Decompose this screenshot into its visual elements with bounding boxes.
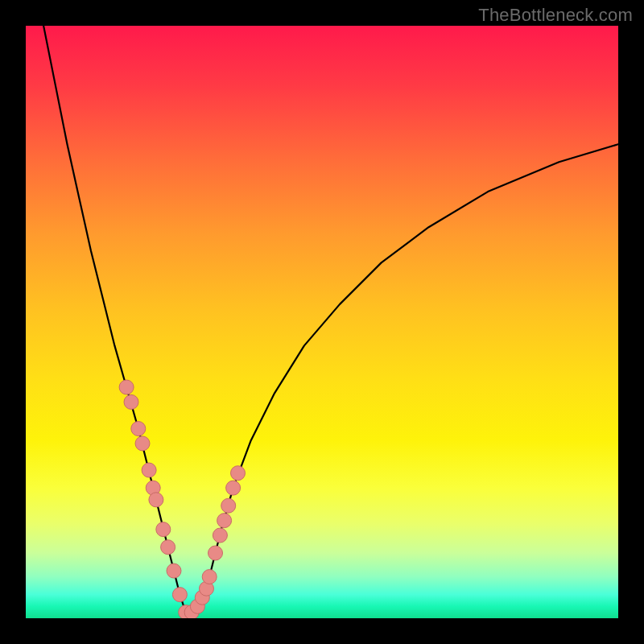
- data-marker: [202, 570, 217, 584]
- data-marker: [213, 528, 227, 543]
- data-marker: [226, 481, 241, 495]
- data-marker: [119, 380, 134, 394]
- data-marker: [208, 546, 223, 560]
- chart-svg: [26, 26, 618, 618]
- data-marker: [135, 436, 150, 451]
- bottleneck-curve: [43, 26, 618, 613]
- data-marker: [172, 588, 187, 602]
- data-marker: [231, 466, 246, 481]
- data-marker: [131, 422, 146, 436]
- chart-frame: TheBottleneck.com: [0, 0, 644, 644]
- data-marker: [142, 463, 156, 477]
- data-marker: [217, 514, 232, 528]
- plot-area: [26, 26, 618, 618]
- data-marker: [124, 394, 138, 409]
- watermark-text: TheBottleneck.com: [478, 5, 633, 26]
- data-marker: [149, 493, 163, 507]
- data-marker: [167, 564, 181, 578]
- data-marker: [221, 498, 236, 513]
- data-marker: [156, 522, 171, 537]
- data-marker: [161, 540, 175, 555]
